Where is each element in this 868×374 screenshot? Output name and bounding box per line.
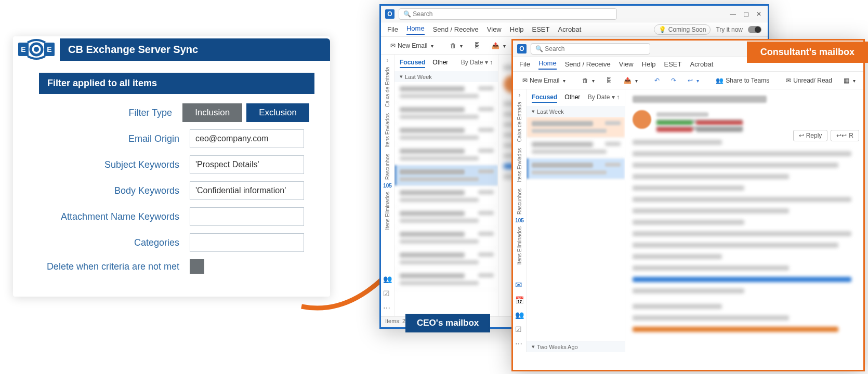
group-last-week[interactable]: ▾ Last Week [527,106,625,117]
label-attachment-keywords: Attachment Name Keywords [13,211,190,222]
more-rail-icon[interactable]: ⋯ [383,304,392,312]
svg-text:E: E [47,45,51,54]
rail-expand[interactable]: › [519,91,521,99]
filter-type-segment: Inclusion Exclusion [182,103,309,122]
exclusion-button[interactable]: Exclusion [246,103,309,122]
rail-tab-deleted[interactable]: Itens Eliminados [384,189,391,233]
calendar-icon[interactable]: 📅 [515,296,524,304]
archive-button[interactable]: 🗄 [471,41,483,51]
delete-button[interactable]: 🗑 [447,41,466,51]
outlook-icon [517,44,527,54]
new-email-button[interactable]: ✉ New Email [387,41,437,51]
body-keywords-input[interactable] [190,181,304,200]
svg-point-5 [34,47,39,52]
menu-help[interactable]: Help [510,25,524,33]
close-button[interactable]: ✕ [756,10,761,18]
menu-eset[interactable]: ESET [532,25,550,33]
email-origin-input[interactable] [190,129,304,148]
move-button[interactable]: 📤 [489,41,509,51]
mail-row[interactable] [527,138,625,158]
menu-file[interactable]: File [519,60,530,68]
label-filter-type: Filter Type [13,108,182,118]
todo-icon[interactable]: ☑ [515,325,524,333]
tab-focused[interactable]: Focused [532,94,557,103]
more-rail-icon[interactable]: ⋯ [515,340,524,348]
maximize-button[interactable]: ▢ [743,10,749,18]
global-search[interactable]: 🔍 Search [399,8,617,20]
reply-button[interactable]: ↩ Reply [793,130,828,141]
search-icon: 🔍 [403,10,411,18]
reply-dropdown[interactable]: ↩ [685,75,702,86]
mail-icon[interactable]: ✉ [515,280,524,290]
people-icon[interactable]: 👥 [383,275,392,283]
reading-pane [625,89,863,352]
try-it-label: Try it now [716,26,743,33]
todo-icon[interactable]: ☑ [383,289,392,298]
menu-send-receive[interactable]: Send / Receive [433,25,479,33]
tab-other[interactable]: Other [432,59,448,68]
mail-row[interactable] [527,117,625,138]
unread-read-button[interactable]: ✉ Unread/ Read [783,75,835,86]
categories-input[interactable] [190,233,304,252]
reply-all-button[interactable]: ↩↩ R [831,130,859,141]
sender-avatar [633,110,651,129]
subject-keywords-input[interactable] [190,155,304,174]
rail-tab-sent[interactable]: Itens Enviados [384,110,391,151]
tab-focused[interactable]: Focused [400,59,425,68]
new-email-button[interactable]: ✉ New Email [519,75,569,86]
tab-other[interactable]: Other [564,94,580,103]
group-last-week[interactable]: ▾ Last Week [394,71,498,82]
categorize-button[interactable]: ▦ [840,75,859,86]
rail-tab-drafts[interactable]: Rascunhos [384,151,391,183]
redo-button[interactable]: ↷ [668,75,679,86]
mail-row[interactable] [394,186,498,207]
menu-view[interactable]: View [619,60,634,68]
menu-eset[interactable]: ESET [664,60,682,68]
menu-home[interactable]: Home [538,59,557,70]
delete-criteria-checkbox[interactable] [190,259,204,274]
coming-soon-button[interactable]: 💡 Coming Soon [654,24,711,35]
search-placeholder: Search [413,10,432,18]
try-it-toggle[interactable] [748,26,761,33]
attachment-keywords-input[interactable] [190,207,304,226]
menu-acrobat[interactable]: Acrobat [558,25,581,33]
menu-help[interactable]: Help [642,60,656,68]
rail-tab-inbox[interactable]: Caixa de Entrada [516,99,523,145]
menu-acrobat[interactable]: Acrobat [690,60,713,68]
menu-view[interactable]: View [487,25,502,33]
mail-row[interactable] [394,82,498,103]
rail-tab-deleted[interactable]: Itens Eliminados [516,223,523,268]
mail-row[interactable] [394,144,498,165]
folder-rail: › Caixa de Entrada Itens Enviados Rascun… [381,55,394,316]
sort-by-date[interactable]: By Date ▾ ↑ [588,94,620,103]
mail-row[interactable] [394,207,498,228]
global-search[interactable]: 🔍 Search [531,43,650,55]
archive-button[interactable]: 🗄 [603,75,615,86]
delete-button[interactable]: 🗑 [579,75,598,86]
mail-row[interactable] [394,124,498,144]
rail-tab-sent[interactable]: Itens Enviados [516,145,523,185]
mail-row[interactable] [394,228,498,248]
mail-row[interactable] [394,248,498,269]
move-button[interactable]: 📤 [621,75,641,86]
rail-count: 105 [383,183,392,189]
menu-home[interactable]: Home [406,24,425,35]
menu-send-receive[interactable]: Send / Receive [565,60,611,68]
mail-row[interactable] [394,103,498,124]
section-title: Filter applied to all items [39,73,314,94]
people-icon[interactable]: 👥 [515,311,524,319]
inclusion-button[interactable]: Inclusion [182,103,242,122]
group-two-weeks[interactable]: ▾ Two Weeks Ago [527,341,625,352]
menu-file[interactable]: File [387,25,398,33]
mail-row[interactable] [394,269,498,290]
mail-row-selected[interactable] [527,158,625,179]
rail-tab-drafts[interactable]: Rascunhos [516,185,523,218]
undo-button[interactable]: ↶ [651,75,663,86]
share-teams-button[interactable]: 👥 Share to Teams [713,75,772,86]
rail-expand[interactable]: › [387,57,389,64]
mail-row-selected[interactable] [394,165,498,186]
sort-by-date[interactable]: By Date ▾ ↑ [461,59,493,68]
rail-tab-inbox[interactable]: Caixa de Entrada [384,64,391,110]
minimize-button[interactable]: — [730,10,736,18]
label-categories: Categories [13,237,190,248]
